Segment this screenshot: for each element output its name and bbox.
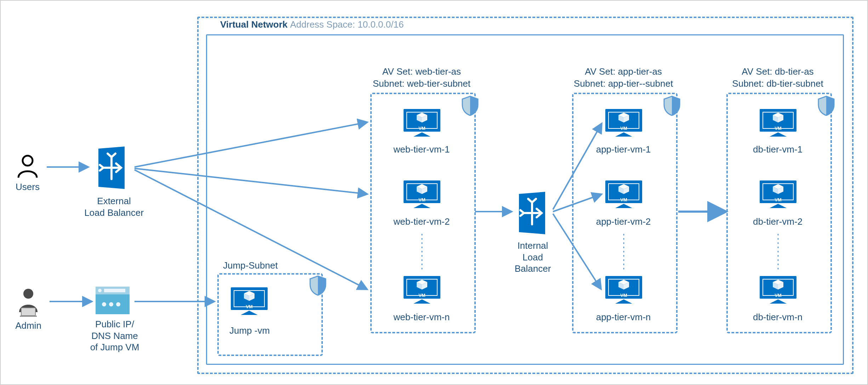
db-tier-vm-n-label: db-tier-vm-n <box>726 311 829 323</box>
users-icon <box>15 154 40 180</box>
virtual-network-title: Virtual Network Address Space: 10.0.0.0/… <box>220 19 404 30</box>
vm-icon: VM <box>760 180 796 208</box>
shield-icon <box>461 96 479 117</box>
vm-icon: VM <box>760 276 796 304</box>
vm-icon: VM <box>605 180 642 208</box>
public-ip-label: Public IP/ DNS Name of Jump VM <box>83 318 147 353</box>
svg-rect-3 <box>20 316 37 317</box>
shield-icon <box>309 275 327 297</box>
vnet-title-light: Address Space: 10.0.0.0/16 <box>290 19 404 30</box>
admin-icon <box>12 286 45 320</box>
svg-rect-2 <box>21 308 35 316</box>
admin-label: Admin <box>11 320 45 332</box>
vm-icon: VM <box>231 287 268 315</box>
web-tier-vm-1-label: web-tier-vm-1 <box>370 144 473 155</box>
vm-icon: VM <box>404 276 440 304</box>
internal-load-balancer-icon <box>513 192 552 236</box>
svg-point-1 <box>23 289 33 299</box>
web-tier-header2: Subnet: web-tier-subnet <box>370 78 473 90</box>
jump-subnet-label: Jump-Subnet <box>223 260 315 271</box>
users-label: Users <box>11 181 45 193</box>
svg-point-11 <box>109 302 113 306</box>
web-tier-vm-2-label: web-tier-vm-2 <box>370 216 473 228</box>
vm-icon: VM <box>605 109 642 137</box>
svg-rect-9 <box>104 289 125 292</box>
vm-icon: VM <box>605 276 642 304</box>
shield-icon <box>817 96 835 117</box>
public-ip-icon <box>96 287 130 316</box>
svg-point-0 <box>23 156 33 166</box>
shield-icon <box>663 96 681 117</box>
app-tier-vm-2-label: app-tier-vm-2 <box>572 216 675 228</box>
architecture-diagram: Virtual Network Address Space: 10.0.0.0/… <box>0 0 868 385</box>
svg-point-12 <box>116 302 120 306</box>
internal-load-balancer-label: Internal Load Balancer <box>499 240 566 275</box>
db-tier-header1: AV Set: db-tier-as <box>726 66 829 77</box>
db-tier-vm-2-label: db-tier-vm-2 <box>726 216 829 228</box>
jump-vm-label: Jump -vm <box>219 325 280 337</box>
vm-icon: VM <box>760 109 796 137</box>
app-tier-vm-1-label: app-tier-vm-1 <box>572 144 675 155</box>
svg-point-8 <box>98 289 102 292</box>
external-load-balancer-icon <box>92 146 131 190</box>
vm-icon: VM <box>404 109 440 137</box>
web-tier-header1: AV Set: web-tier-as <box>370 66 473 77</box>
db-tier-header2: Subnet: db-tier-subnet <box>726 78 829 90</box>
vnet-title-bold: Virtual Network <box>220 19 290 30</box>
vm-icon: VM <box>404 180 440 208</box>
db-tier-vm-1-label: db-tier-vm-1 <box>726 144 829 155</box>
app-tier-header2: Subnet: app-tier--subnet <box>572 78 675 90</box>
app-tier-header1: AV Set: app-tier-as <box>572 66 675 77</box>
app-tier-vm-n-label: app-tier-vm-n <box>572 311 675 323</box>
web-tier-vm-n-label: web-tier-vm-n <box>370 311 473 323</box>
svg-point-10 <box>102 302 106 306</box>
external-load-balancer-label: External Load Balancer <box>79 195 149 218</box>
